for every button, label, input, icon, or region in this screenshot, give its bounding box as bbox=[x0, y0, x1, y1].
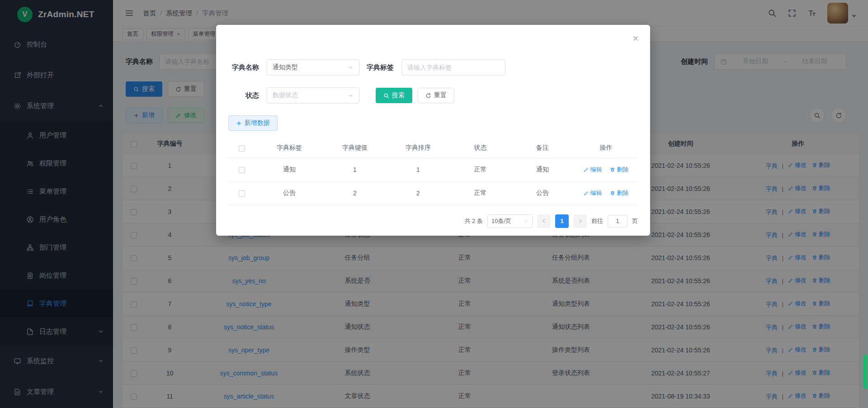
goto-label: 前往 bbox=[591, 217, 603, 225]
add-data-button[interactable]: 新增数据 bbox=[228, 115, 278, 131]
col-data-sort: 字典排序 bbox=[387, 138, 450, 158]
cell-data-sort: 1 bbox=[387, 158, 450, 181]
chevron-down-icon bbox=[523, 218, 528, 224]
modal-table-header-row: 字典标签 字典键值 字典排序 状态 备注 操作 bbox=[228, 138, 638, 158]
cell-data-status: 正常 bbox=[450, 158, 511, 181]
row-checkbox[interactable] bbox=[239, 190, 245, 197]
modal-query-form: 字典名称 通知类型 字典标签 状态 数据状态 搜索 重置 bbox=[228, 25, 638, 104]
search-icon bbox=[383, 93, 389, 99]
modal-dict-name-label: 字典名称 bbox=[228, 63, 259, 72]
cell-data-value: 2 bbox=[323, 181, 387, 205]
cell-data-actions: 编辑 删除 bbox=[574, 158, 638, 181]
cell-data-value: 1 bbox=[323, 158, 387, 181]
dict-name-select[interactable]: 通知类型 bbox=[267, 59, 359, 76]
row-checkbox[interactable] bbox=[239, 167, 245, 173]
dict-tag-input[interactable] bbox=[401, 59, 505, 76]
chevron-left-icon bbox=[541, 218, 547, 224]
col-data-remark: 备注 bbox=[511, 138, 574, 158]
modal-reset-button[interactable]: 重置 bbox=[418, 88, 454, 103]
cell-data-label: 通知 bbox=[255, 158, 323, 181]
pencil-icon bbox=[584, 190, 589, 196]
edit-row-link[interactable]: 编辑 bbox=[584, 166, 602, 174]
col-data-actions: 操作 bbox=[574, 138, 638, 158]
page-size-select[interactable]: 10条/页 bbox=[487, 214, 533, 228]
scrollbar-thumb[interactable] bbox=[863, 355, 867, 389]
col-data-label: 字典标签 bbox=[255, 138, 323, 158]
modal-status-label: 状态 bbox=[228, 91, 259, 100]
delete-row-link[interactable]: 删除 bbox=[610, 166, 628, 174]
col-data-value: 字典键值 bbox=[323, 138, 387, 158]
goto-unit: 页 bbox=[632, 217, 638, 225]
current-page-button[interactable]: 1 bbox=[555, 214, 569, 228]
chevron-right-icon bbox=[577, 218, 583, 224]
modal-dict-tag-label: 字典标签 bbox=[363, 63, 394, 72]
chevron-down-icon bbox=[348, 93, 354, 99]
pagination: 共 2 条 10条/页 1 前往 页 bbox=[228, 214, 638, 228]
modal-select-all-checkbox[interactable] bbox=[239, 145, 245, 152]
delete-row-link[interactable]: 删除 bbox=[610, 189, 628, 197]
chevron-down-icon bbox=[348, 65, 354, 71]
dict-data-table: 字典标签 字典键值 字典排序 状态 备注 操作 通知 1 1 正常 通知 bbox=[228, 138, 638, 205]
close-icon[interactable] bbox=[632, 35, 639, 42]
edit-row-link[interactable]: 编辑 bbox=[584, 189, 602, 197]
modal-search-button[interactable]: 搜索 bbox=[376, 88, 412, 103]
plus-icon bbox=[236, 120, 242, 126]
modal-table-row: 通知 1 1 正常 通知 编辑 删除 bbox=[228, 158, 638, 181]
goto-page-input[interactable] bbox=[608, 215, 627, 228]
pagination-total: 共 2 条 bbox=[465, 217, 483, 225]
cell-data-remark: 公告 bbox=[511, 181, 574, 205]
dict-data-modal: 字典名称 通知类型 字典标签 状态 数据状态 搜索 重置 bbox=[216, 25, 650, 236]
col-data-status: 状态 bbox=[450, 138, 511, 158]
status-select[interactable]: 数据状态 bbox=[267, 87, 359, 104]
trash-icon bbox=[610, 167, 615, 172]
cell-data-actions: 编辑 删除 bbox=[574, 181, 638, 205]
cell-data-sort: 2 bbox=[387, 181, 450, 205]
refresh-icon bbox=[425, 93, 431, 99]
cell-data-remark: 通知 bbox=[511, 158, 574, 181]
trash-icon bbox=[610, 190, 615, 196]
cell-data-status: 正常 bbox=[450, 181, 511, 205]
cell-data-label: 公告 bbox=[255, 181, 323, 205]
modal-table-row: 公告 2 2 正常 公告 编辑 删除 bbox=[228, 181, 638, 205]
dict-data-table-body: 通知 1 1 正常 通知 编辑 删除 bbox=[228, 158, 638, 205]
pencil-icon bbox=[584, 167, 589, 172]
prev-page-button[interactable] bbox=[537, 214, 551, 228]
next-page-button[interactable] bbox=[573, 214, 587, 228]
